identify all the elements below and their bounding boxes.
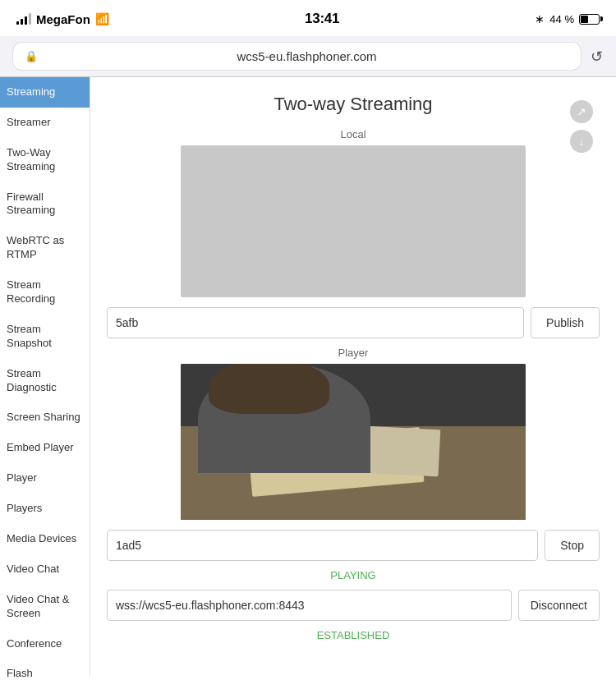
disconnect-button[interactable]: Disconnect [518, 590, 600, 621]
share-icon: ↗ [570, 100, 593, 123]
status-right: ∗ 44 % [535, 12, 600, 25]
wifi-icon: 📶 [95, 12, 109, 25]
player-stream-id-input[interactable] [107, 530, 538, 561]
status-time: 13:41 [305, 11, 339, 27]
player-video [181, 364, 526, 520]
sidebar-item-media-devices[interactable]: Media Devices [0, 524, 90, 554]
main-layout: Streaming Streamer Two-Way Streaming Fir… [0, 77, 616, 677]
sidebar-item-conference[interactable]: Conference [0, 629, 90, 659]
sidebar-item-players[interactable]: Players [0, 494, 90, 524]
sidebar-item-firewall[interactable]: Firewall Streaming [0, 182, 90, 227]
local-video [181, 145, 526, 297]
content-area: ↗ ↓ Two-way Streaming Local Publish Play… [90, 77, 616, 677]
player-label: Player [107, 347, 600, 359]
address-bar[interactable]: 🔒 wcs5-eu.flashphoner.com [13, 43, 581, 70]
url-text: wcs5-eu.flashphoner.com [44, 49, 569, 63]
local-label: Local [107, 128, 600, 140]
player-video-section: Player [107, 347, 600, 520]
video-scene [181, 364, 526, 520]
stream-id-input[interactable] [107, 307, 524, 338]
server-url-input[interactable] [107, 590, 512, 621]
server-row: Disconnect [107, 590, 600, 621]
battery-icon [579, 14, 600, 25]
address-bar-container: 🔒 wcs5-eu.flashphoner.com ↺ [0, 36, 616, 76]
sidebar-item-video-chat-screen[interactable]: Video Chat & Screen [0, 585, 90, 629]
bluetooth-icon: ∗ [535, 12, 545, 25]
sidebar-item-video-chat[interactable]: Video Chat [0, 554, 90, 585]
status-left: MegaFon 📶 [16, 12, 109, 26]
sidebar-item-snapshot[interactable]: Stream Snapshot [0, 315, 90, 359]
sidebar-item-two-way[interactable]: Two-Way Streaming [0, 138, 90, 182]
local-video-section: Local [107, 128, 600, 297]
download-icon: ↓ [570, 130, 593, 153]
stop-row: Stop [107, 530, 600, 561]
sidebar-item-screen-sharing[interactable]: Screen Sharing [0, 402, 90, 433]
lock-icon: 🔒 [25, 50, 38, 62]
sidebar-item-diagnostic[interactable]: Stream Diagnostic [0, 359, 90, 403]
sidebar-item-player[interactable]: Player [0, 463, 90, 494]
publish-row: Publish [107, 307, 600, 338]
established-status: ESTABLISHED [107, 629, 600, 641]
status-bar: MegaFon 📶 13:41 ∗ 44 % [0, 0, 616, 36]
carrier-name: MegaFon [36, 12, 90, 26]
sidebar-item-webrtc-rtmp[interactable]: WebRTC as RTMP [0, 226, 90, 270]
sidebar-item-streaming[interactable]: Streaming [0, 77, 90, 108]
sidebar-item-streamer[interactable]: Streamer [0, 108, 90, 138]
page-title: Two-way Streaming [107, 94, 600, 115]
stop-button[interactable]: Stop [545, 530, 600, 561]
publish-button[interactable]: Publish [531, 307, 600, 338]
sidebar-item-recording[interactable]: Stream Recording [0, 270, 90, 315]
signal-icon [16, 13, 31, 25]
right-icons: ↗ ↓ [563, 94, 600, 159]
sidebar-item-embed-player[interactable]: Embed Player [0, 433, 90, 463]
sidebar-item-flash-streaming[interactable]: Flash Streaming [0, 659, 90, 677]
refresh-button[interactable]: ↺ [591, 48, 603, 66]
sidebar: Streaming Streamer Two-Way Streaming Fir… [0, 77, 90, 677]
battery-percent: 44 % [549, 13, 574, 25]
playing-status: PLAYING [107, 569, 600, 581]
